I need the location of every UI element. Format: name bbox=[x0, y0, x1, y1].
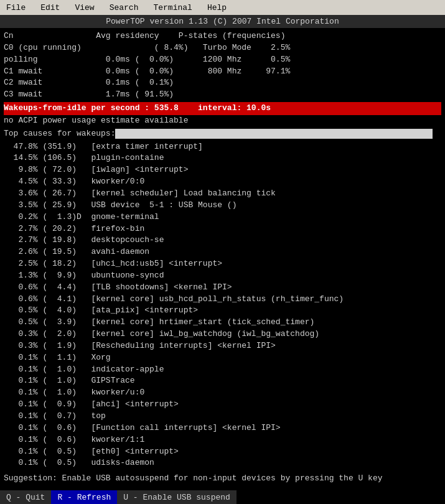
cause-9: 2.6% ( 19.5) avahi-daemon bbox=[4, 246, 441, 258]
cause-19: 0.1% ( 1.0) indicator-apple bbox=[4, 364, 441, 376]
wakeups-bar: Wakeups-from-idle per second : 535.8 int… bbox=[4, 102, 441, 115]
cause-27: 0.1% ( 0.5) udisks-daemon bbox=[4, 457, 441, 469]
cause-7: 2.7% ( 20.2) firefox-bin bbox=[4, 223, 441, 235]
suggestion-area: Suggestion: Enable USB autosuspend for n… bbox=[4, 473, 441, 485]
menu-view[interactable]: View bbox=[71, 2, 98, 14]
wakeups-text: Wakeups-from-idle per second : 535.8 int… bbox=[4, 103, 441, 114]
cause-15: 0.5% ( 3.9) [kernel core] hrtimer_start … bbox=[4, 317, 441, 329]
cause-22: 0.1% ( 0.9) [ahci] <interrupt> bbox=[4, 399, 441, 411]
cause-5: 3.5% ( 25.9) USB device 5-1 : USB Mouse … bbox=[4, 200, 441, 212]
cause-24: 0.1% ( 0.6) [Function call interrupts] <… bbox=[4, 422, 441, 434]
cause-2: 9.8% ( 72.0) [iwlagn] <interrupt> bbox=[4, 164, 441, 176]
suggestion-text: Suggestion: Enable USB autosuspend for n… bbox=[4, 473, 441, 485]
menu-search[interactable]: Search bbox=[106, 2, 143, 14]
stats-section: Cn Avg residency P-states (frequencies) … bbox=[4, 30, 441, 101]
cause-8: 2.7% ( 19.8) desktopcouch-se bbox=[4, 235, 441, 246]
cause-3: 4.5% ( 33.3) kworker/0:0 bbox=[4, 176, 441, 188]
quit-button[interactable]: Q - Quit bbox=[0, 490, 51, 504]
stats-row-0: C0 (cpu running) ( 8.4%) Turbo Mode 2.5% bbox=[4, 42, 441, 54]
cause-17: 0.3% ( 1.9) [Rescheduling interrupts] <k… bbox=[4, 340, 441, 352]
cause-12: 0.6% ( 4.4) [TLB shootdowns] <kernel IPI… bbox=[4, 282, 441, 294]
cause-10: 2.5% ( 18.2) [uhci_hcd:usb5] <interrupt> bbox=[4, 258, 441, 270]
top-causes-header: Top causes for wakeups: bbox=[4, 128, 441, 140]
titlebar-text: PowerTOP version 1.13 (C) 2007 Intel Cor… bbox=[106, 17, 339, 26]
cause-23: 0.1% ( 0.7) top bbox=[4, 411, 441, 422]
cause-4: 3.6% ( 26.7) [kernel scheduler] Load bal… bbox=[4, 188, 441, 200]
menubar: File Edit View Search Terminal Help bbox=[0, 0, 445, 15]
cause-1: 14.5% (106.5) plugin-containe bbox=[4, 152, 441, 164]
menu-file[interactable]: File bbox=[2, 2, 29, 14]
cause-14: 0.5% ( 4.0) [ata_piix] <interrupt> bbox=[4, 305, 441, 317]
statusbar: Q - Quit R - Refresh U - Enable USB susp… bbox=[0, 490, 445, 504]
cause-16: 0.3% ( 2.0) [kernel core] iwl_bg_watchdo… bbox=[4, 329, 441, 340]
top-causes-label: Top causes for wakeups: bbox=[4, 128, 115, 140]
cause-0: 47.8% (351.9) [extra timer interrupt] bbox=[4, 141, 441, 153]
terminal: Cn Avg residency P-states (frequencies) … bbox=[0, 28, 445, 487]
menu-terminal[interactable]: Terminal bbox=[149, 2, 195, 14]
cause-21: 0.1% ( 1.0) kworker/u:0 bbox=[4, 387, 441, 399]
cause-11: 1.3% ( 9.9) ubuntuone-syncd bbox=[4, 270, 441, 282]
stats-header: Cn Avg residency P-states (frequencies) bbox=[4, 30, 441, 42]
stats-row-2: C1 mwait 0.0ms ( 0.0%) 800 Mhz 97.1% bbox=[4, 66, 441, 78]
refresh-button[interactable]: R - Refresh bbox=[51, 490, 117, 504]
cause-25: 0.1% ( 0.6) kworker/1:1 bbox=[4, 434, 441, 446]
stats-row-4: C3 mwait 1.7ms ( 91.5%) bbox=[4, 89, 441, 101]
stats-row-1: polling 0.0ms ( 0.0%) 1200 Mhz 0.5% bbox=[4, 54, 441, 66]
top-causes: Top causes for wakeups: 47.8% (351.9) [e… bbox=[4, 128, 441, 469]
enable-usb-button[interactable]: U - Enable USB suspend bbox=[117, 490, 237, 504]
cause-18: 0.1% ( 1.1) Xorg bbox=[4, 352, 441, 364]
stats-row-3: C2 mwait 0.1ms ( 0.1%) bbox=[4, 77, 441, 89]
cause-26: 0.1% ( 0.5) [eth0] <interrupt> bbox=[4, 446, 441, 458]
cause-13: 0.6% ( 4.1) [kernel core] usb_hcd_poll_r… bbox=[4, 294, 441, 306]
cause-6: 0.2% ( 1.3)D gnome-terminal bbox=[4, 212, 441, 223]
causes-input[interactable] bbox=[115, 129, 433, 139]
menu-edit[interactable]: Edit bbox=[37, 2, 63, 14]
menu-help[interactable]: Help bbox=[204, 2, 230, 14]
acpi-text: no ACPI power usage estimate available bbox=[4, 115, 441, 127]
cause-20: 0.1% ( 1.0) GIPSTrace bbox=[4, 375, 441, 387]
titlebar: PowerTOP version 1.13 (C) 2007 Intel Cor… bbox=[0, 15, 445, 28]
